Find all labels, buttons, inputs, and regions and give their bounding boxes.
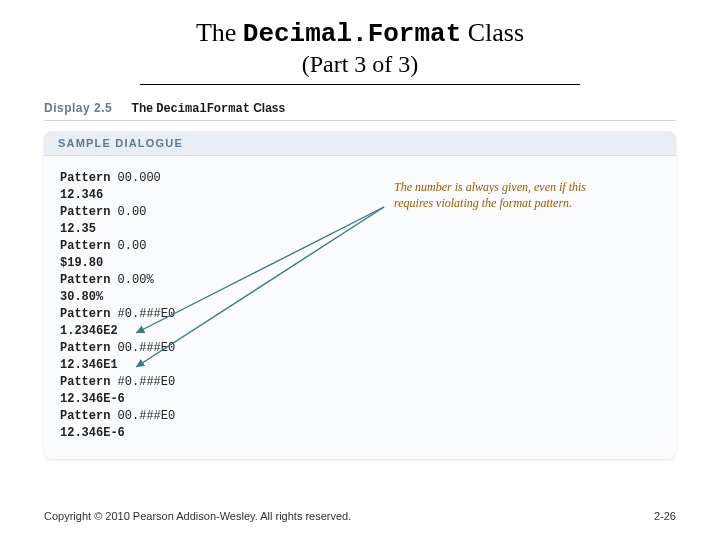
output-value: 30.80% — [60, 290, 103, 304]
pattern-label: Pattern — [60, 375, 118, 389]
panel-header: SAMPLE DIALOGUE — [44, 131, 676, 156]
title-post: Class — [461, 18, 524, 47]
pattern-label: Pattern — [60, 307, 118, 321]
output-line: 12.346E-6 — [60, 425, 660, 442]
pattern-label: Pattern — [60, 273, 118, 287]
pattern-arg: 00.###E0 — [118, 409, 176, 423]
output-line: 12.346E1 — [60, 357, 660, 374]
pattern-label: Pattern — [60, 409, 118, 423]
output-line: Pattern 00.###E0 — [60, 408, 660, 425]
title-pre: The — [196, 18, 243, 47]
output-value: 12.346 — [60, 188, 103, 202]
pattern-label: Pattern — [60, 341, 118, 355]
display-text-pre: The — [132, 101, 157, 115]
output-value: 1.2346E2 — [60, 324, 118, 338]
pattern-arg: 00.###E0 — [118, 341, 176, 355]
display-text-code: DecimalFormat — [156, 102, 250, 116]
output-value: 12.35 — [60, 222, 96, 236]
output-value: 12.346E-6 — [60, 392, 125, 406]
slide-subtitle: (Part 3 of 3) — [140, 51, 580, 85]
display-title: The DecimalFormat Class — [132, 101, 286, 115]
display-bar: Display 2.5 The DecimalFormat Class — [44, 101, 676, 121]
output-line: Pattern 0.00% — [60, 272, 660, 289]
copyright-text: Copyright © 2010 Pearson Addison-Wesley.… — [44, 510, 351, 522]
pattern-label: Pattern — [60, 239, 118, 253]
display-label: Display 2.5 — [44, 101, 112, 115]
pattern-label: Pattern — [60, 171, 118, 185]
page-number: 2-26 — [654, 510, 676, 522]
pattern-arg: 00.000 — [118, 171, 161, 185]
output-line: 12.35 — [60, 221, 660, 238]
pattern-arg: 0.00 — [118, 205, 147, 219]
pattern-arg: #0.###E0 — [118, 375, 176, 389]
pattern-label: Pattern — [60, 205, 118, 219]
output-line: Pattern 00.###E0 — [60, 340, 660, 357]
output-line: Pattern 0.00 — [60, 238, 660, 255]
output-line: 30.80% — [60, 289, 660, 306]
title-code: Decimal.Format — [243, 19, 461, 49]
slide-title: The Decimal.Format Class — [0, 0, 720, 49]
output-line: Pattern #0.###E0 — [60, 306, 660, 323]
output-value: $19.80 — [60, 256, 103, 270]
output-line: Pattern #0.###E0 — [60, 374, 660, 391]
output-value: 12.346E1 — [60, 358, 118, 372]
output-line: $19.80 — [60, 255, 660, 272]
output-value: 12.346E-6 — [60, 426, 125, 440]
annotation-text: The number is always given, even if this… — [394, 179, 604, 211]
output-line: 1.2346E2 — [60, 323, 660, 340]
pattern-arg: 0.00 — [118, 239, 147, 253]
sample-panel: SAMPLE DIALOGUE Pattern 00.000 12.346 Pa… — [44, 131, 676, 459]
display-text-post: Class — [250, 101, 285, 115]
pattern-arg: 0.00% — [118, 273, 154, 287]
output-line: 12.346E-6 — [60, 391, 660, 408]
footer: Copyright © 2010 Pearson Addison-Wesley.… — [44, 510, 676, 522]
pattern-arg: #0.###E0 — [118, 307, 176, 321]
